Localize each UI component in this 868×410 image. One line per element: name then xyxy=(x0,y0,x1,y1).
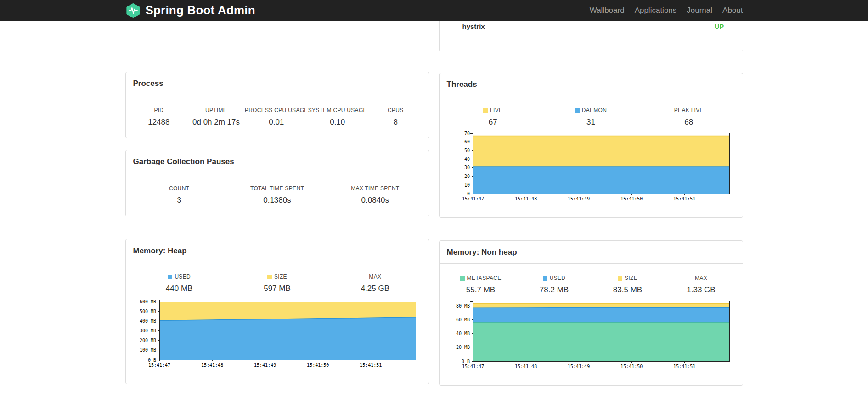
legend-heap-size-value: 597 MB xyxy=(228,284,326,294)
health-panel-spacer xyxy=(440,34,743,51)
navbar-inner: Spring Boot Admin Wallboard Applications… xyxy=(125,0,743,21)
stat-gc-total-time-value: 0.1380s xyxy=(228,195,326,205)
svg-text:20 MB: 20 MB xyxy=(456,345,469,350)
svg-text:70: 70 xyxy=(464,131,469,136)
threads-live-swatch-icon xyxy=(483,108,488,113)
svg-text:15:41:47: 15:41:47 xyxy=(462,196,484,201)
svg-text:200 MB: 200 MB xyxy=(139,338,156,343)
legend-nonheap-used-label: USED xyxy=(518,275,591,282)
stat-gc-count-label: COUNT xyxy=(130,185,228,192)
stat-system-cpu-usage-value: 0.10 xyxy=(308,117,367,127)
nav-item-applications[interactable]: Applications xyxy=(630,6,682,15)
svg-text:15:41:47: 15:41:47 xyxy=(462,364,484,369)
stat-gc-count: COUNT 3 xyxy=(130,185,228,205)
svg-text:40 MB: 40 MB xyxy=(456,331,469,336)
stat-system-cpu-usage-label: SYSTEM CPU USAGE xyxy=(308,107,367,114)
legend-threads-live-value: 67 xyxy=(444,117,542,127)
stat-uptime-value: 0d 0h 2m 17s xyxy=(187,117,245,127)
stat-gc-total-time-label: TOTAL TIME SPENT xyxy=(228,185,326,192)
nav-item-about[interactable]: About xyxy=(717,6,743,15)
stat-gc-max-time-label: MAX TIME SPENT xyxy=(326,185,424,192)
heap-size-swatch-icon xyxy=(267,275,272,279)
nonheap-panel-title: Memory: Non heap xyxy=(440,241,743,264)
stat-process-cpu-usage-label: PROCESS CPU USAGE xyxy=(245,107,308,114)
legend-nonheap-metaspace-value: 55.7 MB xyxy=(444,285,518,295)
heap-panel: Memory: Heap USED 440 MB SIZE xyxy=(125,239,429,384)
legend-heap-used-label: USED xyxy=(130,273,228,280)
legend-threads-daemon-label: DAEMON xyxy=(542,107,640,114)
legend-nonheap-max-value: 1.33 GB xyxy=(665,285,738,295)
legend-threads-daemon-value: 31 xyxy=(542,117,640,127)
health-status-badge: UP xyxy=(715,22,724,31)
nonheap-used-swatch-icon xyxy=(543,276,547,281)
legend-heap-used-value: 440 MB xyxy=(130,284,228,294)
process-panel-title: Process xyxy=(126,72,429,95)
svg-text:30: 30 xyxy=(464,165,469,170)
right-column: hystrix UP Threads LIVE 67 xyxy=(439,21,743,386)
svg-text:15:41:50: 15:41:50 xyxy=(307,363,329,368)
heap-chart-wrap: 0 B100 MB200 MB300 MB400 MB500 MB600 MB1… xyxy=(126,296,429,384)
svg-text:50: 50 xyxy=(464,148,469,153)
nav-item-wallboard[interactable]: Wallboard xyxy=(585,6,630,15)
svg-text:400 MB: 400 MB xyxy=(139,319,156,324)
stat-cpus: CPUS 8 xyxy=(367,107,424,127)
stat-uptime-label: UPTIME xyxy=(187,107,245,114)
stat-system-cpu-usage: SYSTEM CPU USAGE 0.10 xyxy=(308,107,367,127)
brand-title: Spring Boot Admin xyxy=(146,3,255,17)
stat-cpus-value: 8 xyxy=(367,117,424,127)
threads-panel-title: Threads xyxy=(440,73,743,96)
legend-nonheap-size: SIZE 83.5 MB xyxy=(591,275,665,295)
health-row-hystrix: hystrix UP xyxy=(443,21,739,34)
threads-panel: Threads LIVE 67 DAEMON 3 xyxy=(439,73,743,218)
svg-text:60 MB: 60 MB xyxy=(456,317,469,322)
heap-panel-title: Memory: Heap xyxy=(126,239,429,262)
legend-nonheap-used: USED 78.2 MB xyxy=(518,275,591,295)
legend-threads-peak-live-label: PEAK LIVE xyxy=(640,107,738,114)
stat-gc-max-time: MAX TIME SPENT 0.0840s xyxy=(326,185,424,205)
heap-used-swatch-icon xyxy=(168,275,172,279)
svg-text:15:41:47: 15:41:47 xyxy=(148,363,170,368)
heap-legend: USED 440 MB SIZE 597 MB MAX xyxy=(126,262,429,294)
legend-threads-live-label: LIVE xyxy=(444,107,542,114)
nav-item-journal[interactable]: Journal xyxy=(682,6,717,15)
left-column: Process PID 12488 UPTIME 0d 0h 2m 17s PR… xyxy=(125,21,429,384)
legend-threads-peak-live-value: 68 xyxy=(640,117,738,127)
brand-link[interactable]: Spring Boot Admin xyxy=(125,3,255,18)
legend-heap-max-label: MAX xyxy=(326,273,424,280)
legend-nonheap-size-value: 83.5 MB xyxy=(591,285,665,295)
svg-text:15:41:49: 15:41:49 xyxy=(254,363,276,368)
stat-cpus-label: CPUS xyxy=(367,107,424,114)
process-panel: Process PID 12488 UPTIME 0d 0h 2m 17s PR… xyxy=(125,72,429,138)
svg-text:20: 20 xyxy=(464,174,469,179)
nav-links: Wallboard Applications Journal About xyxy=(585,6,743,15)
legend-threads-live: LIVE 67 xyxy=(444,107,542,127)
legend-nonheap-metaspace-label: METASPACE xyxy=(444,275,518,282)
stat-pid-value: 12488 xyxy=(130,117,188,127)
svg-text:600 MB: 600 MB xyxy=(139,299,156,304)
legend-threads-peak-live: PEAK LIVE 68 xyxy=(640,107,738,127)
svg-text:15:41:50: 15:41:50 xyxy=(620,196,643,201)
legend-heap-max: MAX 4.25 GB xyxy=(326,273,424,294)
svg-text:15:41:48: 15:41:48 xyxy=(515,364,537,369)
svg-text:0 B: 0 B xyxy=(147,358,156,363)
svg-text:15:41:49: 15:41:49 xyxy=(568,364,590,369)
threads-chart-wrap: 01020304050607015:41:4715:41:4815:41:491… xyxy=(440,130,743,217)
svg-text:15:41:50: 15:41:50 xyxy=(620,364,643,369)
nonheap-metaspace-swatch-icon xyxy=(460,276,465,281)
svg-text:40: 40 xyxy=(464,157,469,162)
legend-heap-max-value: 4.25 GB xyxy=(326,284,424,294)
legend-nonheap-max-label: MAX xyxy=(665,275,738,282)
health-service-name: hystrix xyxy=(462,22,485,31)
stat-gc-max-time-value: 0.0840s xyxy=(326,195,424,205)
main-content: Process PID 12488 UPTIME 0d 0h 2m 17s PR… xyxy=(125,21,743,386)
svg-text:60: 60 xyxy=(464,139,469,144)
svg-text:15:41:49: 15:41:49 xyxy=(568,196,590,201)
threads-area-chart: 01020304050607015:41:4715:41:4815:41:491… xyxy=(446,130,736,205)
stat-gc-total-time: TOTAL TIME SPENT 0.1380s xyxy=(228,185,326,205)
svg-text:80 MB: 80 MB xyxy=(456,303,469,308)
legend-nonheap-metaspace: METASPACE 55.7 MB xyxy=(444,275,518,295)
legend-nonheap-max: MAX 1.33 GB xyxy=(665,275,738,295)
svg-text:15:41:48: 15:41:48 xyxy=(515,196,537,201)
process-stats: PID 12488 UPTIME 0d 0h 2m 17s PROCESS CP… xyxy=(126,95,429,138)
gc-stats: COUNT 3 TOTAL TIME SPENT 0.1380s MAX TIM… xyxy=(126,173,429,216)
